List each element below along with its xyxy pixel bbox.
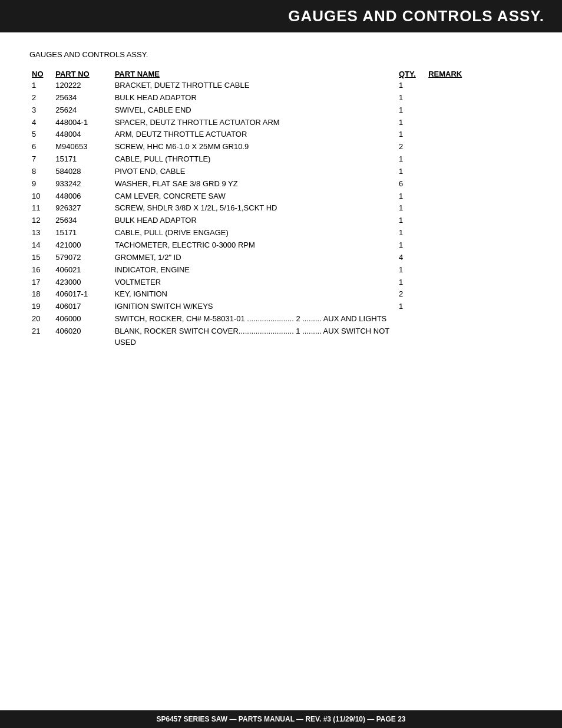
cell-partname: BULK HEAD ADAPTOR: [113, 92, 396, 104]
cell-remark: [426, 264, 533, 276]
cell-remark: [426, 92, 533, 104]
cell-no: 15: [29, 252, 53, 264]
page-subtitle: GAUGES AND CONTROLS ASSY.: [29, 50, 533, 59]
cell-remark: [426, 129, 533, 141]
cell-no: 9: [29, 178, 53, 190]
cell-qty: 1: [396, 104, 426, 117]
table-row: 8584028PIVOT END, CABLE1: [29, 166, 533, 178]
table-row: 20406000SWITCH, ROCKER, CH# M-58031-01 .…: [29, 313, 533, 325]
cell-partno: 25624: [53, 104, 112, 117]
cell-partno: 584028: [53, 166, 112, 178]
cell-remark: [426, 276, 533, 289]
cell-partno: M940653: [53, 141, 112, 153]
cell-partname: CABLE, PULL (THROTTLE): [113, 153, 396, 166]
table-row: 1315171CABLE, PULL (DRIVE ENGAGE)1: [29, 227, 533, 239]
table-row: 17423000VOLTMETER1: [29, 276, 533, 289]
cell-partno: 406020: [53, 325, 112, 349]
cell-qty: 1: [396, 227, 426, 239]
cell-partno: 406017: [53, 301, 112, 313]
page-header: GAUGES AND CONTROLS ASSY.: [0, 0, 562, 32]
cell-partno: 15171: [53, 153, 112, 166]
cell-partname: BULK HEAD ADAPTOR: [113, 215, 396, 227]
cell-partno: 406021: [53, 264, 112, 276]
cell-partname: INDICATOR, ENGINE: [113, 264, 396, 276]
cell-partno: 406017-1: [53, 288, 112, 301]
cell-qty: 1: [396, 190, 426, 203]
cell-qty: 1: [396, 129, 426, 141]
cell-partname: BLANK, ROCKER SWITCH COVER..............…: [113, 325, 396, 349]
parts-table: NO PART NO PART NAME QTY. REMARK 1120222…: [29, 68, 533, 349]
cell-partno: 448004: [53, 129, 112, 141]
cell-no: 12: [29, 215, 53, 227]
cell-qty: 1: [396, 166, 426, 178]
cell-qty: 1: [396, 276, 426, 289]
table-header-row: NO PART NO PART NAME QTY. REMARK: [29, 68, 533, 80]
cell-no: 1: [29, 80, 53, 92]
cell-partname: SWITCH, ROCKER, CH# M-58031-01 .........…: [113, 313, 396, 325]
cell-no: 13: [29, 227, 53, 239]
col-header-remark: REMARK: [426, 68, 533, 80]
footer-bar: SP6457 SERIES SAW — PARTS MANUAL — REV. …: [0, 710, 562, 728]
cell-partname: WASHER, FLAT SAE 3/8 GRD 9 YZ: [113, 178, 396, 190]
cell-partno: 926327: [53, 202, 112, 215]
cell-no: 6: [29, 141, 53, 153]
cell-qty: [396, 313, 426, 325]
cell-qty: 1: [396, 239, 426, 252]
cell-partname: ARM, DEUTZ THROTTLE ACTUATOR: [113, 129, 396, 141]
cell-no: 8: [29, 166, 53, 178]
cell-partno: 120222: [53, 80, 112, 92]
cell-remark: [426, 153, 533, 166]
cell-partname: KEY, IGNITION: [113, 288, 396, 301]
cell-partname: PIVOT END, CABLE: [113, 166, 396, 178]
table-row: 1120222BRACKET, DUETZ THROTTLE CABLE1: [29, 80, 533, 92]
cell-remark: [426, 178, 533, 190]
cell-no: 17: [29, 276, 53, 289]
cell-qty: 2: [396, 141, 426, 153]
cell-partno: 423000: [53, 276, 112, 289]
cell-no: 16: [29, 264, 53, 276]
cell-remark: [426, 202, 533, 215]
cell-qty: 1: [396, 80, 426, 92]
cell-no: 11: [29, 202, 53, 215]
table-row: 14421000TACHOMETER, ELECTRIC 0-3000 RPM1: [29, 239, 533, 252]
cell-remark: [426, 301, 533, 313]
table-row: 15579072GROMMET, 1/2" ID4: [29, 252, 533, 264]
cell-partno: 25634: [53, 92, 112, 104]
cell-remark: [426, 190, 533, 203]
cell-partno: 579072: [53, 252, 112, 264]
table-row: 225634BULK HEAD ADAPTOR1: [29, 92, 533, 104]
table-row: 5448004ARM, DEUTZ THROTTLE ACTUATOR1: [29, 129, 533, 141]
cell-remark: [426, 117, 533, 129]
table-row: 19406017IGNITION SWITCH W/KEYS1: [29, 301, 533, 313]
cell-qty: 1: [396, 117, 426, 129]
table-row: 715171CABLE, PULL (THROTTLE)1: [29, 153, 533, 166]
cell-remark: [426, 252, 533, 264]
cell-no: 2: [29, 92, 53, 104]
cell-remark: [426, 313, 533, 325]
cell-partname: SCREW, SHDLR 3/8D X 1/2L, 5/16-1,SCKT HD: [113, 202, 396, 215]
cell-partno: 15171: [53, 227, 112, 239]
page-container: GAUGES AND CONTROLS ASSY. GAUGES AND CON…: [0, 0, 562, 728]
cell-remark: [426, 166, 533, 178]
cell-partname: CABLE, PULL (DRIVE ENGAGE): [113, 227, 396, 239]
cell-partno: 448006: [53, 190, 112, 203]
cell-partname: CAM LEVER, CONCRETE SAW: [113, 190, 396, 203]
cell-no: 7: [29, 153, 53, 166]
cell-remark: [426, 80, 533, 92]
cell-remark: [426, 104, 533, 117]
cell-partname: SWIVEL, CABLE END: [113, 104, 396, 117]
page-title: GAUGES AND CONTROLS ASSY.: [288, 7, 544, 25]
table-row: 16406021INDICATOR, ENGINE1: [29, 264, 533, 276]
cell-partno: 25634: [53, 215, 112, 227]
table-row: 1225634BULK HEAD ADAPTOR1: [29, 215, 533, 227]
col-header-partname: PART NAME: [113, 68, 396, 80]
cell-qty: 4: [396, 252, 426, 264]
cell-qty: 1: [396, 301, 426, 313]
cell-no: 18: [29, 288, 53, 301]
cell-partno: 406000: [53, 313, 112, 325]
cell-remark: [426, 325, 533, 349]
table-row: 21406020BLANK, ROCKER SWITCH COVER......…: [29, 325, 533, 349]
cell-qty: 1: [396, 264, 426, 276]
table-row: 9933242WASHER, FLAT SAE 3/8 GRD 9 YZ6: [29, 178, 533, 190]
cell-partname: SPACER, DEUTZ THROTTLE ACTUATOR ARM: [113, 117, 396, 129]
